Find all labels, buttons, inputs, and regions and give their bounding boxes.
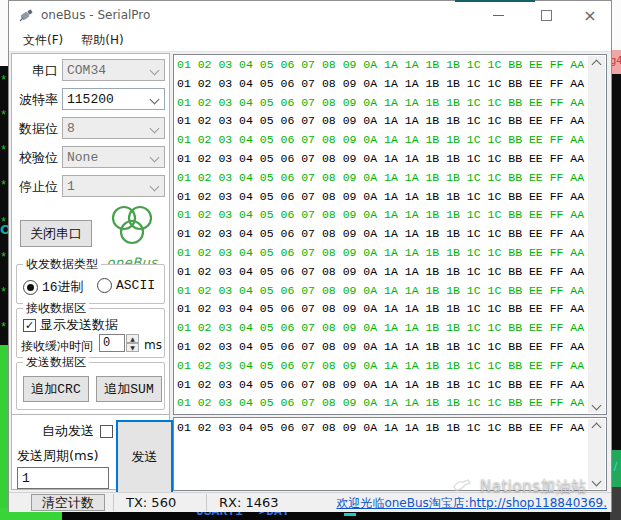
rx-count: RX: 1463 [219, 495, 279, 510]
status-separator [113, 494, 114, 511]
port-select[interactable]: COM34 [62, 59, 165, 81]
hex-line-tx: 01 02 03 04 05 06 07 08 09 0A 1A 1A 1B 1… [177, 75, 588, 94]
auto-send-checkbox[interactable]: 自动发送 [42, 422, 113, 440]
title-bar: oneBus - SerialPro × [9, 1, 611, 29]
page-fragment-left-green [0, 345, 8, 520]
maximize-icon [541, 10, 552, 21]
send-button[interactable]: 发送 [116, 420, 173, 494]
menu-help[interactable]: 帮助(H) [77, 32, 127, 49]
hex-line-rx: 01 02 03 04 05 06 07 08 09 0A 1A 1A 1B 1… [177, 357, 588, 376]
settings-panel: 串口 COM34 波特率 115200 数据位 8 [11, 53, 170, 490]
status-separator [206, 494, 207, 511]
app-icon [19, 8, 34, 23]
radio-selected-icon [23, 280, 38, 295]
edge-glyph: * [0, 144, 7, 158]
watermark-text: Nations加油站 [480, 477, 587, 496]
append-crc-button[interactable]: 追加CRC [23, 376, 89, 402]
send-period-label: 发送周期(ms) [17, 447, 99, 465]
databits-value: 8 [67, 121, 75, 136]
close-icon: × [583, 6, 596, 25]
ascii-radio-label: ASCII [116, 278, 155, 293]
hex-radio-label: 16进制 [42, 278, 84, 296]
receive-group-legend: 接收数据区 [23, 300, 89, 317]
edge-glyph: * [0, 74, 7, 88]
close-port-button[interactable]: 关闭串口 [20, 220, 92, 247]
edge-glyph: * [0, 109, 7, 123]
minimize-icon [493, 15, 504, 16]
stopbits-label: 停止位 [12, 178, 58, 196]
scroll-down-icon[interactable] [588, 397, 605, 413]
chevron-down-icon [150, 95, 160, 105]
hex-radio[interactable]: 16进制 [23, 278, 84, 296]
hex-line-tx: 01 02 03 04 05 06 07 08 09 0A 1A 1A 1B 1… [177, 338, 588, 357]
port-label: 串口 [12, 62, 58, 80]
receive-data-area[interactable]: 01 02 03 04 05 06 07 08 09 0A 1A 1A 1B 1… [173, 54, 607, 415]
spinner-up-icon: ▲ [126, 334, 139, 343]
checkbox-checked-icon: ✓ [23, 319, 36, 332]
data-type-legend: 收发数据类型 [23, 256, 101, 273]
hex-line-tx: 01 02 03 04 05 06 07 08 09 0A 1A 1A 1B 1… [177, 150, 588, 169]
edge-glyph: * [0, 286, 7, 300]
send-settings-group: 发送数据区 追加CRC 追加SUM [16, 362, 165, 410]
show-sent-checkbox[interactable]: ✓ 显示发送数据 [23, 316, 118, 334]
watermark-icon [452, 478, 476, 495]
edge-glyph: * [0, 251, 7, 265]
left-edge-strip: O ******** [0, 66, 8, 345]
onebus-logo-icon [106, 202, 158, 252]
buffer-time-label: 接收缓冲时间 [21, 338, 93, 355]
hex-line-tx: 01 02 03 04 05 06 07 08 09 0A 1A 1A 1B 1… [177, 263, 588, 282]
stopbits-value: 1 [67, 179, 75, 194]
scroll-up-icon[interactable] [588, 56, 605, 72]
hex-line-rx: 01 02 03 04 05 06 07 08 09 0A 1A 1A 1B 1… [177, 244, 588, 263]
databits-select[interactable]: 8 [62, 117, 165, 139]
send-group-legend: 发送数据区 [23, 354, 89, 371]
buffer-time-spinner[interactable]: ▲ ▼ [126, 334, 139, 352]
hex-line-rx: 01 02 03 04 05 06 07 08 09 0A 1A 1A 1B 1… [177, 319, 588, 338]
ascii-radio[interactable]: ASCII [97, 278, 155, 293]
maximize-button[interactable] [531, 1, 561, 29]
shop-link[interactable]: 欢迎光临oneBus淘宝店:http://shop118840369. [336, 495, 607, 512]
baud-label: 波特率 [12, 91, 58, 109]
parity-select[interactable]: None [62, 146, 165, 168]
hex-line-tx: 01 02 03 04 05 06 07 08 09 0A 1A 1A 1B 1… [177, 376, 588, 395]
buffer-time-unit: ms [144, 338, 162, 352]
baud-select[interactable]: 115200 [62, 88, 165, 110]
page-fragment-cyan-dash [344, 513, 356, 516]
data-type-group: 收发数据类型 16进制 ASCII [16, 264, 165, 304]
send-period-input[interactable]: 1 [17, 467, 109, 489]
window-title: oneBus - SerialPro [41, 8, 150, 22]
parity-value: None [67, 150, 98, 165]
receive-settings-group: 接收数据区 ✓ 显示发送数据 接收缓冲时间 0 ▲ ▼ ms [16, 308, 165, 358]
receive-scrollbar[interactable] [588, 56, 605, 413]
hex-line-rx: 01 02 03 04 05 06 07 08 09 0A 1A 1A 1B 1… [177, 206, 588, 225]
scroll-down-icon[interactable] [588, 473, 605, 489]
screen: O ******** g4 / USART1 ->DAT oneBus - Se… [0, 0, 621, 520]
hex-line-rx: 01 02 03 04 05 06 07 08 09 0A 1A 1A 1B 1… [177, 56, 588, 75]
append-sum-button[interactable]: 追加SUM [96, 376, 162, 402]
hex-line-rx: 01 02 03 04 05 06 07 08 09 0A 1A 1A 1B 1… [177, 94, 588, 113]
page-fragment-top-teal [455, 0, 535, 2]
port-value: COM34 [67, 63, 106, 78]
hex-line-tx: 01 02 03 04 05 06 07 08 09 0A 1A 1A 1B 1… [177, 188, 588, 207]
stopbits-select[interactable]: 1 [62, 175, 165, 197]
clear-count-button[interactable]: 清空计数 [31, 494, 105, 511]
parity-label: 校验位 [12, 149, 58, 167]
chevron-down-icon [150, 66, 160, 76]
edge-glyph: * [0, 179, 7, 193]
edge-glyph: * [0, 216, 7, 230]
hex-line-tx: 01 02 03 04 05 06 07 08 09 0A 1A 1A 1B 1… [177, 419, 588, 438]
onebus-logo: oneBus [100, 202, 164, 270]
radio-icon [97, 278, 112, 293]
close-button[interactable]: × [575, 1, 605, 29]
buffer-time-input[interactable]: 0 [99, 334, 125, 352]
port-row: 串口 COM34 [12, 59, 169, 81]
edge-glyph: * [0, 321, 7, 335]
receive-lines: 01 02 03 04 05 06 07 08 09 0A 1A 1A 1B 1… [177, 56, 588, 413]
hex-line-rx: 01 02 03 04 05 06 07 08 09 0A 1A 1A 1B 1… [177, 394, 588, 413]
scroll-up-icon[interactable] [588, 419, 605, 435]
send-scrollbar[interactable] [588, 419, 605, 489]
hex-line-tx: 01 02 03 04 05 06 07 08 09 0A 1A 1A 1B 1… [177, 112, 588, 131]
menu-file[interactable]: 文件(F) [19, 32, 67, 49]
minimize-button[interactable] [483, 1, 513, 29]
auto-send-label: 自动发送 [42, 422, 94, 440]
